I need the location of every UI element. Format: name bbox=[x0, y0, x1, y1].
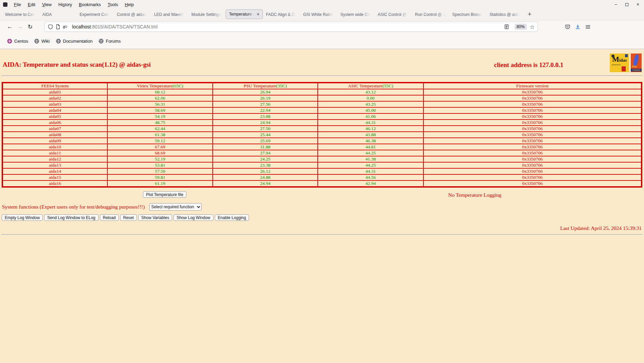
zoom-level-badge[interactable]: 80% bbox=[515, 24, 527, 30]
connection-icon[interactable] bbox=[63, 24, 69, 29]
midas-logo[interactable]: Midas powered by bbox=[610, 54, 629, 72]
log-action-button[interactable]: Reset bbox=[120, 214, 137, 221]
tab-close-icon[interactable]: × bbox=[257, 12, 259, 17]
browser-tab[interactable]: Run Control @ ai × bbox=[412, 9, 449, 20]
hamburger-menu-icon[interactable] bbox=[585, 24, 591, 29]
browser-tab[interactable]: Spectrum Brows × bbox=[449, 9, 486, 20]
table-row: aida09 59.12 25.69 46.38 0x3350706 bbox=[2, 138, 642, 144]
psu-temp-cell: 26.94 bbox=[213, 89, 318, 95]
psu-temp-cell: 24.94 bbox=[213, 180, 318, 187]
url-host: localhost bbox=[72, 24, 91, 29]
bookmark-item[interactable]: Wiki bbox=[31, 39, 53, 44]
reload-icon[interactable]: ↻ bbox=[25, 23, 35, 30]
bottom-divider bbox=[1, 234, 643, 235]
tcl-logo[interactable]: TCL POWERED bbox=[631, 54, 642, 72]
fee64-name-cell: aida13 bbox=[2, 162, 107, 168]
pocket-icon[interactable] bbox=[565, 24, 570, 30]
table-row: aida13 53.81 23.38 44.25 0x3350706 bbox=[2, 162, 642, 168]
table-row: aida10 67.69 31.88 44.81 0x3350706 bbox=[2, 144, 642, 150]
virtex-temp-cell: 54.19 bbox=[107, 113, 213, 120]
midas-redbox-icon bbox=[622, 66, 626, 71]
menu-item[interactable]: History bbox=[55, 2, 75, 7]
firmware-cell: 0x3350706 bbox=[423, 168, 642, 174]
page-icon[interactable] bbox=[56, 24, 60, 29]
menu-item[interactable]: Edit bbox=[24, 2, 39, 7]
close-window-icon[interactable]: × bbox=[637, 2, 639, 7]
log-action-button[interactable]: Reload bbox=[100, 214, 119, 221]
log-action-button[interactable]: Empty Log Window bbox=[2, 214, 43, 221]
page-content: AIDA: Temperature and status scan(1.12) … bbox=[0, 49, 644, 363]
download-icon[interactable] bbox=[575, 24, 581, 30]
browser-tab[interactable]: Temperature a × bbox=[226, 9, 263, 19]
log-action-button[interactable]: Show Variables bbox=[138, 214, 172, 221]
tab-label: GSI White Rabbit bbox=[303, 12, 334, 17]
midas-emblem-icon bbox=[611, 55, 615, 58]
log-action-button[interactable]: Show Log Window bbox=[173, 214, 213, 221]
psu-temp-cell: 24.25 bbox=[213, 156, 318, 162]
firmware-cell: 0x3350706 bbox=[423, 120, 642, 126]
tab-label: Temperature a bbox=[229, 12, 255, 17]
system-function-select[interactable]: Select required function bbox=[149, 203, 202, 211]
psu-temp-cell: 27.94 bbox=[213, 150, 318, 156]
psu-temp-cell: 24.94 bbox=[213, 120, 318, 126]
menu-items: FileEditViewHistoryBookmarksToolsHelp bbox=[11, 2, 137, 7]
shield-icon[interactable] bbox=[48, 24, 53, 29]
browser-tab[interactable]: FADC Align & Co × bbox=[263, 9, 300, 20]
menu-item[interactable]: Bookmarks bbox=[76, 2, 104, 7]
bookmark-star-icon[interactable]: ☆ bbox=[530, 24, 535, 30]
menu-item[interactable]: File bbox=[11, 2, 24, 7]
browser-tab[interactable]: Welcome to Cent × bbox=[2, 9, 39, 20]
log-action-button[interactable]: Send Log Window to ELog bbox=[44, 214, 98, 221]
fee64-name-cell: aida11 bbox=[2, 150, 107, 156]
bookmarks-bar: Centos Wiki Documentation For bbox=[0, 33, 644, 49]
bookmark-item[interactable]: Centos bbox=[4, 39, 31, 44]
browser-tab[interactable]: LED and Wavefor × bbox=[151, 9, 188, 20]
navigation-bar: ← → ↻ localhost:8015/AIDA/TSCAN/TSCAN.tm… bbox=[0, 20, 644, 33]
page-title: AIDA: Temperature and status scan(1.12) … bbox=[3, 61, 151, 68]
menu-item[interactable]: View bbox=[39, 2, 55, 7]
menu-item[interactable]: Tools bbox=[104, 2, 121, 7]
minimize-icon[interactable]: − bbox=[615, 2, 617, 7]
firmware-cell: 0x3350706 bbox=[423, 89, 642, 95]
psu-temp-cell: 23.38 bbox=[213, 162, 318, 168]
virtex-temp-cell: 68.69 bbox=[107, 150, 213, 156]
virtex-temp-cell: 61.19 bbox=[107, 180, 213, 187]
browser-tab[interactable]: AIDA × bbox=[39, 9, 77, 20]
browser-tab[interactable]: GSI White Rabbit × bbox=[300, 9, 337, 20]
fee64-name-cell: aida09 bbox=[2, 138, 107, 144]
firmware-cell: 0x3350706 bbox=[423, 144, 642, 150]
new-tab-button[interactable]: + bbox=[524, 9, 536, 20]
asic-temp-cell: 44.56 bbox=[318, 174, 423, 180]
bookmark-item[interactable]: Documentation bbox=[53, 39, 96, 44]
browser-tab[interactable]: Experiment Contr × bbox=[77, 9, 114, 20]
tab-label: Statistics @ aida bbox=[490, 12, 521, 17]
tab-label: System wide Che bbox=[340, 12, 372, 17]
asic-temp-cell: 0.00 bbox=[318, 95, 423, 101]
bookmark-label: Forums bbox=[106, 39, 121, 44]
reader-mode-icon[interactable] bbox=[504, 24, 509, 29]
table-row: aida08 61.38 25.44 43.88 0x3350706 bbox=[2, 132, 642, 138]
fee64-name-cell: aida01 bbox=[2, 89, 107, 95]
browser-tab[interactable]: ASIC Control @ a × bbox=[375, 9, 412, 20]
column-header: PSU Temperature(35C) bbox=[213, 83, 318, 89]
browser-tab[interactable]: System wide Che × bbox=[337, 9, 375, 20]
url-bar[interactable]: localhost:8015/AIDA/TSCAN/TSCAN.tml 80% … bbox=[45, 22, 538, 31]
column-header: Firmware version bbox=[423, 83, 642, 89]
log-action-button[interactable]: Enable Logging bbox=[215, 214, 249, 221]
plot-temperature-button[interactable]: Plot Temperature file bbox=[143, 191, 186, 198]
table-row: aida15 59.81 24.88 44.56 0x3350706 bbox=[2, 174, 642, 180]
browser-tab[interactable]: Control @ aidas- × bbox=[114, 9, 151, 20]
fee64-name-cell: aida08 bbox=[2, 132, 107, 138]
fee64-name-cell: aida14 bbox=[2, 168, 107, 174]
asic-temp-cell: 44.25 bbox=[318, 150, 423, 156]
fee64-name-cell: aida10 bbox=[2, 144, 107, 150]
maximize-icon[interactable] bbox=[625, 3, 628, 6]
browser-tab[interactable]: Statistics @ aida × bbox=[486, 9, 524, 20]
no-temperature-logging-status: No Temperature Logging bbox=[448, 192, 501, 198]
browser-tab[interactable]: Module Settings × bbox=[188, 9, 226, 20]
bookmark-item[interactable]: Forums bbox=[96, 39, 124, 44]
menu-item[interactable]: Help bbox=[121, 2, 137, 7]
back-icon[interactable]: ← bbox=[5, 23, 15, 30]
url-text[interactable]: localhost:8015/AIDA/TSCAN/TSCAN.tml bbox=[72, 24, 158, 29]
tab-label: Welcome to Cent bbox=[5, 12, 36, 17]
